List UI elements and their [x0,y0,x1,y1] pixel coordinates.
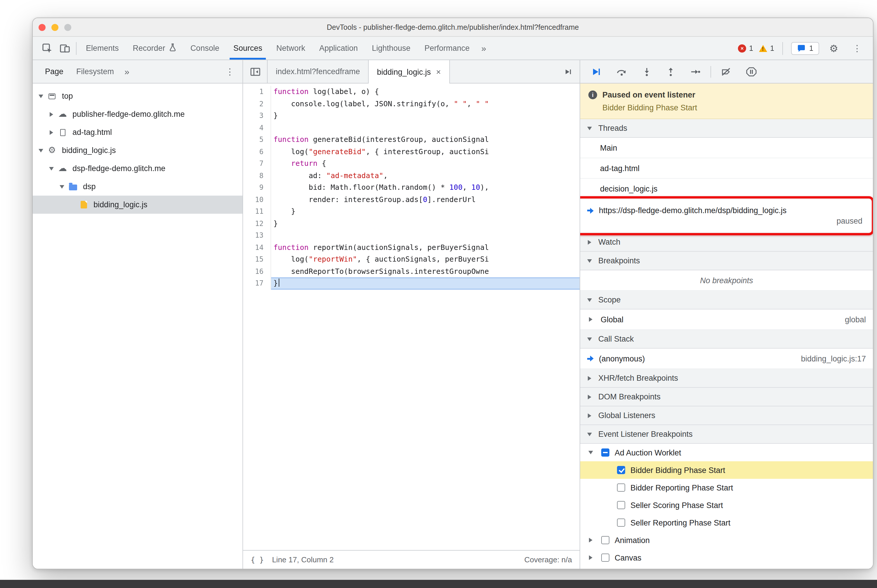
line-number[interactable]: 16 [243,266,271,278]
expander-closed-icon[interactable] [587,554,594,561]
line-number[interactable]: 17 [243,278,271,290]
expander-closed-icon[interactable] [48,111,55,118]
step-into-icon[interactable] [642,67,651,76]
expander-closed-icon[interactable] [48,129,55,136]
call-stack-frame[interactable]: (anonymous) bidding_logic.js:17 [580,349,873,369]
hide-navigator-icon[interactable] [243,60,268,83]
close-tab-icon[interactable]: × [436,68,441,76]
code-text[interactable]: } [271,206,580,218]
line-number[interactable]: 6 [243,146,271,158]
expander-closed-icon[interactable] [587,537,594,544]
section-xhr-breakpoints[interactable]: XHR/fetch Breakpoints [580,369,873,388]
code-text[interactable]: } [271,110,580,122]
line-number[interactable]: 13 [243,230,271,242]
tree-item-publisher-fledge-demo-glitch-me[interactable]: ☁publisher-fledge-demo.glitch.me [33,105,242,123]
section-dom-breakpoints[interactable]: DOM Breakpoints [580,388,873,406]
tree-item-bidding-logic-js[interactable]: bidding_logic.js [33,196,242,214]
section-breakpoints[interactable]: Breakpoints [580,252,873,270]
checkbox-unchecked[interactable] [617,501,625,509]
pretty-print-icon[interactable]: { } [251,555,264,564]
editor-tab-overflow-icon[interactable] [556,60,580,83]
checkbox-unchecked[interactable] [617,483,625,492]
line-number[interactable]: 1 [243,86,271,98]
tree-item-dsp-fledge-demo-glitch-me[interactable]: ☁dsp-fledge-demo.glitch.me [33,159,242,177]
section-call-stack[interactable]: Call Stack [580,330,873,349]
kebab-menu-icon[interactable]: ⋮ [848,39,866,57]
tree-item-bidding-logic-js[interactable]: ⚙bidding_logic.js [33,141,242,159]
section-global-listeners[interactable]: Global Listeners [580,406,873,425]
scope-row-global[interactable]: Global global [580,309,873,330]
code-text[interactable]: ad: "ad-metadata", [271,170,580,182]
tree-item-dsp[interactable]: dsp [33,177,242,196]
tab-elements[interactable]: Elements [79,37,126,60]
expander-open-icon[interactable] [38,147,44,154]
navigator-kebab-menu-icon[interactable]: ⋮ [223,66,237,77]
line-number[interactable]: 4 [243,122,271,134]
issues-button[interactable]: 1 [791,42,819,55]
section-scope[interactable]: Scope [580,291,873,309]
triangle-closed-icon[interactable] [587,316,594,323]
event-breakpoint-seller-scoring-phase-start[interactable]: Seller Scoring Phase Start [580,496,873,514]
checkbox-checked[interactable] [617,466,625,474]
step-out-icon[interactable] [666,67,675,76]
expander-open-icon[interactable] [38,93,44,99]
event-breakpoint-seller-reporting-phase-start[interactable]: Seller Reporting Phase Start [580,514,873,531]
warning-badge[interactable]: ! 1 [759,44,774,52]
navigator-more-tabs-chevron[interactable]: » [120,67,134,76]
code-text[interactable] [271,230,580,242]
zoom-window-button[interactable] [64,24,71,31]
line-number[interactable]: 7 [243,158,271,170]
line-number[interactable]: 10 [243,194,271,206]
settings-gear-icon[interactable]: ⚙ [825,39,842,57]
event-breakpoint-bidder-reporting-phase-start[interactable]: Bidder Reporting Phase Start [580,479,873,496]
checkbox-unchecked[interactable] [617,519,625,527]
code-text[interactable]: return { [271,158,580,170]
thread-item-decision-logic-js[interactable]: decision_logic.js [580,178,873,199]
thread-item-main[interactable]: Main [580,138,873,158]
tree-item-ad-tag-html[interactable]: ad-tag.html [33,123,242,141]
step-icon[interactable] [690,67,701,76]
code-text[interactable]: console.log(label, JSON.stringify(o, " "… [271,98,580,110]
expander-open-icon[interactable] [59,183,65,190]
tab-performance[interactable]: Performance [417,37,477,60]
tab-network[interactable]: Network [269,37,312,60]
code-text[interactable]: function generateBid(interestGroup, auct… [271,134,580,146]
code-text[interactable]: bid: Math.floor(Math.random() * 100, 10)… [271,182,580,194]
event-category-canvas[interactable]: Canvas [580,549,873,566]
tab-sources[interactable]: Sources [226,37,269,60]
checkbox-unchecked[interactable] [601,554,609,562]
inspect-element-icon[interactable] [39,39,56,57]
close-window-button[interactable] [39,24,45,31]
code-text[interactable]: } [271,278,580,290]
thread-item-ad-tag-html[interactable]: ad-tag.html [580,158,873,178]
section-watch[interactable]: Watch [580,233,873,252]
checkbox-unchecked[interactable] [601,536,609,544]
line-number[interactable]: 8 [243,170,271,182]
section-threads[interactable]: Threads [580,119,873,138]
thread-item-current[interactable]: https://dsp-fledge-demo.glitch.me/dsp/bi… [580,199,873,233]
section-event-listener-breakpoints[interactable]: Event Listener Breakpoints [580,425,873,444]
event-category-animation[interactable]: Animation [580,531,873,549]
code-text[interactable]: function log(label, o) { [271,86,580,98]
tab-application[interactable]: Application [312,37,365,60]
more-panels-chevron[interactable]: » [477,43,491,53]
line-number[interactable]: 2 [243,98,271,110]
line-number[interactable]: 15 [243,254,271,266]
error-badge[interactable]: × 1 [738,44,753,52]
tab-page[interactable]: Page [39,60,70,83]
tab-filesystem[interactable]: Filesystem [70,60,120,83]
toggle-device-toolbar-icon[interactable] [56,39,74,57]
editor-tab-bidding-logic-js[interactable]: bidding_logic.js× [368,60,450,84]
tab-lighthouse[interactable]: Lighthouse [365,37,417,60]
editor-tab-index-html-fencedframe[interactable]: index.html?fencedframe [268,60,368,83]
tree-item-top[interactable]: top [33,87,242,105]
expander-open-icon[interactable] [587,449,594,456]
line-number[interactable]: 9 [243,182,271,194]
tab-recorder[interactable]: Recorder [126,37,184,60]
code-text[interactable] [271,122,580,134]
minimize-window-button[interactable] [51,24,59,31]
pause-on-exceptions-icon[interactable] [746,66,757,77]
code-text[interactable]: function reportWin(auctionSignals, perBu… [271,242,580,254]
event-breakpoint-bidder-bidding-phase-start[interactable]: Bidder Bidding Phase Start [580,461,873,479]
event-category-ad-auction-worklet[interactable]: Ad Auction Worklet [580,444,873,461]
